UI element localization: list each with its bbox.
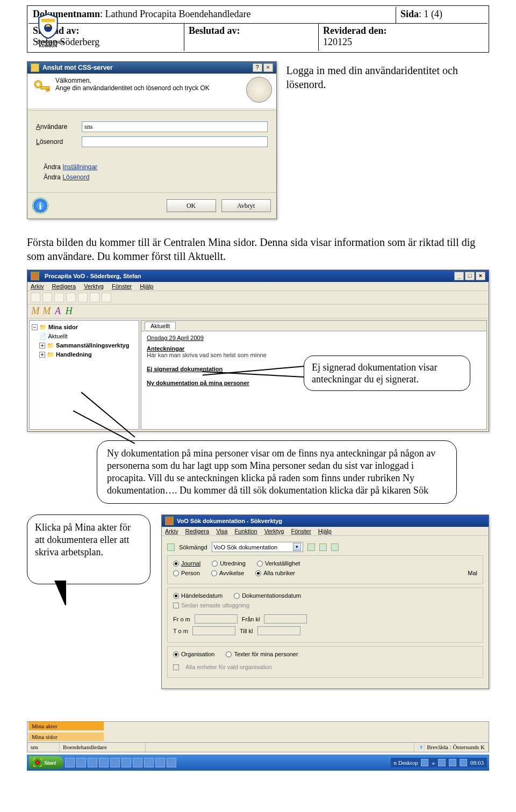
menu-verktyg[interactable]: Verktyg (84, 283, 104, 289)
sokmangd-label: Sökmängd (179, 544, 207, 550)
quicklaunch-icon[interactable] (99, 758, 109, 767)
tab-aktuellt[interactable]: Aktuellt (145, 322, 176, 330)
menu-item[interactable]: Arkiv (165, 528, 178, 534)
radio-handelsedatum[interactable] (173, 593, 179, 599)
sokmangd-combo[interactable]: VoO Sök dokumentation▾ (212, 542, 303, 552)
checkbox-alla-enheter[interactable] (173, 664, 179, 670)
quicklaunch-icon[interactable] (133, 758, 142, 767)
print-icon[interactable] (319, 543, 327, 551)
close-button[interactable]: × (263, 63, 273, 72)
menu-fonster[interactable]: Fönster (112, 283, 132, 289)
tool-icon[interactable] (78, 293, 88, 302)
tillkl-input[interactable] (257, 626, 300, 635)
rubrik-radiogroup: Journal Utredning Verkställighet Person … (167, 555, 483, 584)
sok-dokumentation-window: VoO Sök dokumentation - Sökverktyg Arkiv… (161, 514, 489, 689)
tool-icon[interactable] (66, 293, 76, 302)
radio-utredning[interactable] (212, 561, 218, 567)
welcome-text: Välkommen, (55, 77, 242, 84)
document-header: Dokumentnamn: Lathund Procapita Boendeha… (27, 5, 489, 53)
menu-item[interactable]: Fönster (291, 528, 311, 534)
quicklaunch-icon[interactable] (144, 758, 154, 767)
checkbox-sedan-utloggning[interactable] (173, 603, 179, 608)
radio-person[interactable] (173, 570, 179, 576)
username-input[interactable] (82, 121, 268, 132)
password-input[interactable] (82, 136, 268, 147)
quicklaunch-icon[interactable] (155, 758, 165, 767)
radio-dokumentationsdatum[interactable] (234, 593, 240, 599)
titlebar[interactable]: Anslut mot CSS-server ? × (27, 62, 276, 74)
tray-icon[interactable] (449, 759, 456, 766)
menu-item[interactable]: Hjälp (318, 528, 332, 534)
app-icon (31, 63, 39, 72)
tom-input[interactable] (192, 626, 235, 635)
menu-hjalp[interactable]: Hjälp (140, 283, 153, 289)
maximize-button[interactable]: □ (465, 272, 475, 280)
quicklaunch-icon[interactable] (76, 758, 86, 767)
radio-journal[interactable] (173, 561, 179, 567)
radio-verkstallighet[interactable] (257, 561, 263, 567)
close-button[interactable]: × (476, 272, 485, 280)
quicklaunch-icon[interactable] (110, 758, 120, 767)
quicklaunch-icon[interactable] (88, 758, 97, 767)
tool-icon[interactable] (31, 293, 40, 302)
login-note: Logga in med din användaridentitet och l… (286, 61, 489, 219)
svg-rect-4 (46, 89, 48, 91)
ok-button[interactable]: OK (167, 199, 216, 212)
mina-akter-tab[interactable]: Mina akter (28, 722, 104, 730)
tray-icon[interactable] (460, 759, 467, 766)
windows-taskbar[interactable]: Start n Desktop « 08:03 (27, 755, 489, 771)
letter-m-icon[interactable]: M (42, 306, 52, 317)
frankl-input[interactable] (264, 614, 307, 624)
start-button[interactable]: Start (29, 756, 63, 769)
from-input[interactable] (195, 614, 238, 624)
change-password-link[interactable]: Lösenord (62, 173, 89, 181)
sok-menubar[interactable]: Arkiv Redigera Visa Funktion Verktyg Fön… (162, 527, 489, 536)
menu-item[interactable]: Visa (216, 528, 227, 534)
menu-arkiv[interactable]: Arkiv (31, 283, 44, 289)
tool-icon[interactable] (102, 293, 111, 302)
sok-titlebar[interactable]: VoO Sök dokumentation - Sökverktyg (162, 515, 489, 527)
tool-icon[interactable] (54, 293, 64, 302)
letter-a-icon[interactable]: A (53, 306, 63, 317)
chevron-left-icon[interactable]: « (432, 759, 435, 766)
tray-icon[interactable] (421, 759, 428, 766)
svg-rect-5 (48, 89, 49, 91)
quicklaunch-icon[interactable] (121, 758, 131, 767)
chevron-down-icon[interactable]: ▾ (293, 543, 301, 551)
menu-item[interactable]: Funktion (234, 528, 257, 534)
menu-redigera[interactable]: Redigera (52, 283, 76, 289)
quicklaunch-icon[interactable] (65, 758, 75, 767)
tray-icon[interactable] (438, 759, 446, 766)
status-user: sns (27, 743, 60, 752)
menu-item[interactable]: Verktyg (264, 528, 284, 534)
tool-icon[interactable] (42, 293, 52, 302)
radio-alla-rubriker[interactable] (255, 570, 261, 576)
save-icon[interactable] (167, 543, 175, 551)
letter-h-icon[interactable]: H (64, 306, 74, 317)
toolbar-letters: M M A H (27, 305, 489, 318)
binoculars-icon[interactable] (307, 543, 315, 551)
tool-icon[interactable] (331, 543, 339, 551)
minimize-button[interactable]: _ (454, 272, 464, 280)
help-button[interactable]: ? (253, 63, 262, 72)
app-titlebar[interactable]: Procapita VoO - Söderberg, Stefan _ □ × (27, 270, 489, 282)
quicklaunch-icon[interactable] (167, 758, 176, 767)
nav-tree[interactable]: −Mina sidor Aktuellt +Sammanställningsve… (29, 320, 139, 430)
cancel-button[interactable]: Avbryt (221, 199, 271, 212)
radio-texter-mina-personer[interactable] (226, 651, 232, 657)
date-heading: Onsdag 29 April 2009 (147, 335, 481, 341)
tool-icon[interactable] (90, 293, 99, 302)
letter-m-icon[interactable]: M (31, 306, 40, 317)
system-tray[interactable]: n Desktop « 08:03 (391, 758, 487, 767)
menu-item[interactable]: Redigera (185, 528, 210, 534)
compass-icon (246, 77, 272, 103)
change-settings-link[interactable]: Inställningar (62, 163, 97, 171)
radio-organisation[interactable] (173, 651, 179, 657)
radio-avvikelse[interactable] (211, 570, 217, 576)
mina-sidor-tab[interactable]: Mina sidor (28, 733, 104, 741)
sidebar-tabs: Mina akter Mina sidor (27, 721, 489, 743)
menubar[interactable]: Arkiv Redigera Verktyg Fönster Hjälp (27, 282, 489, 291)
callout-ny-dokumentation: Ny dokumentation på mina personer visar … (97, 440, 457, 504)
statusbar: sns Boendehandledare 📧 Brevlåda : Östers… (27, 743, 489, 752)
username-label: Användare (36, 123, 82, 130)
